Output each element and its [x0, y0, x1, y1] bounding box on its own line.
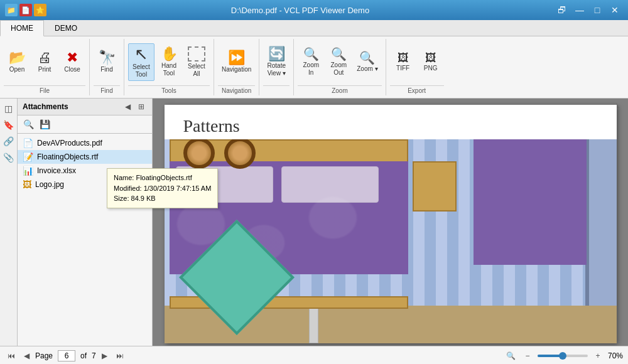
file-group-label: File: [4, 85, 85, 95]
tiff-label: TIFF: [396, 65, 409, 72]
zoom-level: 70%: [608, 351, 623, 360]
page-navigation: ⏮ ◀ Page 6 of 7 ▶ ⏭: [5, 350, 126, 362]
tiff-icon: 🖼: [398, 52, 409, 63]
png-label: PNG: [424, 65, 438, 72]
titlebar-icons: 📁 📄 ⭐: [5, 4, 46, 16]
hand-tool-icon: ✋: [161, 47, 178, 61]
pdf-file-icon: 📄: [23, 138, 33, 148]
tools-group-label: Tools: [128, 85, 210, 95]
tools-buttons: ↖ SelectTool ✋ HandTool SelectAll: [128, 39, 210, 85]
zoom-slider-thumb: [559, 352, 566, 360]
tab-home[interactable]: HOME: [0, 20, 44, 36]
hand-tool-button[interactable]: ✋ HandTool: [156, 45, 182, 80]
zoom-dropdown-button[interactable]: 🔍 Zoom ▾: [353, 49, 381, 75]
file-name-invoice: Invoice.xlsx: [37, 166, 76, 175]
find-buttons: 🔭 Find: [94, 39, 120, 85]
rotate-view-button[interactable]: 🔄 RotateView ▾: [263, 45, 290, 80]
rtf-file-icon: 📝: [23, 152, 33, 162]
minimize-button[interactable]: —: [571, 3, 588, 17]
jpg-file-icon: 🖼: [23, 179, 31, 190]
nightstand-right: [413, 161, 457, 211]
last-page-button[interactable]: ⏭: [114, 350, 126, 362]
pdf-page-title: Patterns: [183, 116, 240, 136]
open-button[interactable]: 📂 Open: [4, 48, 30, 76]
ribbon-group-rotate: 🔄 RotateView ▾: [259, 39, 294, 95]
page-number-input[interactable]: 6: [58, 350, 75, 361]
select-all-button[interactable]: SelectAll: [183, 44, 210, 80]
titlebar-left: 📁 📄 ⭐: [5, 4, 46, 16]
navigation-group-label: navigation: [218, 85, 255, 95]
prev-page-button[interactable]: ◀: [20, 350, 33, 362]
rotate-view-label: RotateView ▾: [268, 62, 286, 77]
next-page-button[interactable]: ▶: [99, 350, 111, 362]
sidebar-search-button[interactable]: 🔍: [21, 117, 35, 131]
ribbon-group-tools: ↖ SelectTool ✋ HandTool SelectAll Tools: [124, 39, 214, 95]
ribbon-content: 📂 Open 🖨 Print ✖ Close File: [0, 36, 628, 98]
first-page-button[interactable]: ⏮: [5, 350, 18, 362]
navigation-button[interactable]: ⏩ Navigation: [218, 48, 255, 76]
titlebar: 📁 📄 ⭐ D:\Demo.pdf - VCL PDF Viewer Demo …: [0, 0, 628, 20]
window-controls: 🗗 — □ ✕: [554, 3, 623, 17]
tiff-button[interactable]: 🖼 TIFF: [390, 50, 416, 75]
file-buttons: 📂 Open 🖨 Print ✖ Close: [4, 39, 85, 85]
ribbon-group-navigation: ⏩ Navigation navigation: [214, 39, 259, 95]
tab-demo[interactable]: DEMO: [44, 20, 88, 36]
file-list: 📄 DevAVProducts.pdf 📝 FloatingObjects.rt…: [18, 134, 152, 346]
close-doc-button[interactable]: ✖ Close: [59, 48, 85, 76]
sidebar-save-button[interactable]: 💾: [38, 117, 51, 131]
sidebar-title: Attachments: [23, 102, 68, 111]
main-area: ◫ 🔖 🔗 📎 Attachments ◀ ⊞ 🔍 💾 📄 DevAVProdu…: [0, 99, 628, 346]
restore-button[interactable]: 🗗: [554, 3, 570, 17]
panel-icon-2[interactable]: 🔖: [1, 117, 16, 132]
find-button[interactable]: 🔭 Find: [94, 48, 120, 76]
ribbon-group-export: 🖼 TIFF 🖼 PNG export: [386, 39, 448, 95]
export-group-label: export: [390, 85, 444, 95]
circle-deco-left: [183, 139, 215, 169]
zoom-group-label: zoom: [298, 85, 381, 95]
zoom-out-button[interactable]: 🔍 ZoomOut: [325, 45, 352, 79]
panel-icon-4[interactable]: 📎: [1, 150, 16, 165]
png-icon: 🖼: [425, 52, 436, 63]
ribbon-tabs: HOME DEMO: [0, 20, 628, 36]
zoom-dropdown-label: Zoom ▾: [357, 65, 377, 73]
navigation-icon: ⏩: [228, 51, 245, 65]
room-background: [165, 139, 617, 343]
headboard: [170, 139, 408, 163]
print-icon: 🖨: [38, 51, 51, 65]
zoom-plus-button[interactable]: +: [592, 350, 604, 362]
zoom-controls: 🔍 − + 70%: [505, 350, 623, 362]
rotate-group-label: [263, 85, 290, 95]
find-label: Find: [100, 66, 112, 73]
panel-icon-1[interactable]: ◫: [1, 101, 16, 116]
page-label: Page: [35, 351, 53, 360]
maximize-button[interactable]: □: [589, 3, 605, 17]
zoom-search-button[interactable]: 🔍: [505, 350, 517, 362]
ribbon-group-zoom: 🔍 ZoomIn 🔍 ZoomOut 🔍 Zoom ▾ zoom: [294, 39, 386, 95]
select-all-icon: [188, 46, 205, 62]
close-button[interactable]: ✕: [607, 3, 623, 17]
png-button[interactable]: 🖼 PNG: [418, 50, 444, 75]
sidebar-header: Attachments ◀ ⊞: [18, 99, 152, 115]
zoom-out-label: ZoomOut: [330, 62, 347, 77]
file-tooltip: Name: FloatingObjects.rtf Modified: 1/30…: [107, 168, 218, 208]
sidebar-collapse-button[interactable]: ◀: [122, 101, 133, 112]
ribbon: HOME DEMO 📂 Open 🖨 Print ✖ Close: [0, 20, 628, 99]
open-label: Open: [9, 66, 24, 73]
sidebar-expand-button[interactable]: ⊞: [136, 101, 147, 112]
window-title: D:\Demo.pdf - VCL PDF Viewer Demo: [231, 6, 369, 15]
xlsx-file-icon: 📊: [23, 166, 33, 176]
tooltip-name: Name: FloatingObjects.rtf: [114, 173, 211, 183]
select-tool-button[interactable]: ↖ SelectTool: [128, 43, 154, 81]
panel-icon-3[interactable]: 🔗: [1, 134, 16, 149]
file-item-devav[interactable]: 📄 DevAVProducts.pdf: [18, 136, 152, 150]
right-bed-area: [474, 139, 587, 265]
zoom-minus-button[interactable]: −: [521, 350, 534, 362]
file-item-floating[interactable]: 📝 FloatingObjects.rtf: [18, 150, 152, 164]
navigation-buttons: ⏩ Navigation: [218, 39, 255, 85]
hand-tool-label: HandTool: [161, 62, 176, 77]
zoom-in-button[interactable]: 🔍 ZoomIn: [298, 45, 324, 79]
print-button[interactable]: 🖨 Print: [31, 48, 58, 76]
ribbon-group-file: 📂 Open 🖨 Print ✖ Close File: [0, 39, 90, 95]
zoom-slider[interactable]: [538, 355, 588, 357]
sidebar-toolbar: 🔍 💾: [18, 115, 152, 134]
